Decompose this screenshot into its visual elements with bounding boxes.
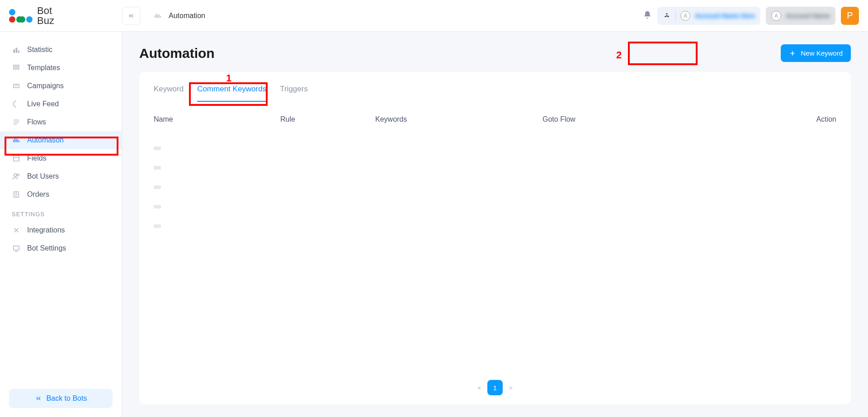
sidebar-item-automation[interactable]: Automation <box>0 131 122 149</box>
topbar: Bot Buz Automation A Account Name Here A… <box>0 0 868 32</box>
sidebar-item-label: Templates <box>27 64 60 72</box>
brand-name: Bot Buz <box>37 6 54 26</box>
sidebar-item-label: Automation <box>27 136 64 144</box>
svg-point-0 <box>666 15 667 16</box>
account-name: Account Name <box>786 12 830 19</box>
logo-icon-b <box>19 9 33 23</box>
automation-icon <box>154 12 162 20</box>
sidebar-item-label: Orders <box>27 190 49 199</box>
bell-icon <box>643 10 652 19</box>
account-selector[interactable]: A Account Name <box>766 7 835 25</box>
breadcrumb: Automation <box>154 12 205 20</box>
workspace-selector[interactable]: A Account Name Here <box>657 7 760 25</box>
breadcrumb-label: Automation <box>169 12 205 20</box>
svg-rect-7 <box>14 156 19 161</box>
avatar-a-b: A <box>771 11 781 21</box>
sidebar-item-fields[interactable]: Fields <box>0 149 122 167</box>
automation-icon <box>12 136 21 144</box>
sidebar-settings-header: SETTINGS <box>0 204 122 221</box>
settings-icon <box>12 244 21 252</box>
users-icon <box>12 172 21 180</box>
sidebar-item-flows[interactable]: Flows <box>0 113 122 131</box>
fan-icon <box>663 12 671 20</box>
sidebar-item-label: Fields <box>27 154 47 162</box>
pagination: « 1 » <box>139 375 851 395</box>
main: Automation New Keyword Keyword Comment K… <box>122 32 868 417</box>
avatar-a: A <box>680 11 690 21</box>
sidebar-item-campaigns[interactable]: Campaigns <box>0 77 122 95</box>
svg-rect-11 <box>14 246 19 250</box>
sidebar-item-livefeed[interactable]: Live Feed <box>0 95 122 113</box>
megaphone-icon <box>12 82 21 90</box>
table-row <box>154 185 161 189</box>
feed-icon <box>12 100 21 108</box>
svg-rect-5 <box>14 68 19 69</box>
sidebar-item-label: Flows <box>27 118 46 126</box>
pagination-next[interactable]: » <box>509 384 513 391</box>
svg-rect-4 <box>14 65 19 66</box>
svg-rect-1 <box>13 49 15 53</box>
sidebar-item-templates[interactable]: Templates <box>0 59 122 77</box>
sidebar-item-label: Bot Settings <box>27 244 66 252</box>
sidebar-item-label: Integrations <box>27 226 65 234</box>
col-keywords: Keywords <box>375 115 542 123</box>
page-title: Automation <box>139 46 215 61</box>
profile-letter: P <box>847 10 853 21</box>
back-to-bots-label: Back to Bots <box>47 394 87 403</box>
integrations-icon <box>12 226 21 234</box>
table-body <box>139 131 851 375</box>
fields-icon <box>12 154 21 162</box>
col-name: Name <box>154 115 280 123</box>
sidebar-item-label: Statistic <box>27 46 52 54</box>
table-header: Name Rule Keywords Goto Flow Action <box>139 102 851 131</box>
col-rule: Rule <box>280 115 375 123</box>
tab-comment-keywords[interactable]: Comment Keywords <box>197 85 266 102</box>
sidebar-item-integrations[interactable]: Integrations <box>0 221 122 239</box>
orders-icon <box>12 190 21 199</box>
back-to-bots-button[interactable]: Back to Bots <box>9 389 113 408</box>
tabs: Keyword Comment Keywords Triggers <box>139 72 851 102</box>
sidebar-item-botsettings[interactable]: Bot Settings <box>0 239 122 257</box>
flows-icon <box>12 118 21 126</box>
sidebar-item-statistic[interactable]: Statistic <box>0 41 122 59</box>
chart-icon <box>12 46 21 54</box>
chevron-double-left-icon <box>35 395 42 402</box>
sidebar: Statistic Templates Campaigns Live Feed … <box>0 32 122 417</box>
svg-point-9 <box>17 174 19 176</box>
collapse-sidebar-button[interactable] <box>122 7 140 25</box>
divider <box>675 11 676 21</box>
logo[interactable]: Bot Buz <box>9 6 122 26</box>
chevron-double-left-icon <box>127 12 135 19</box>
tab-keyword[interactable]: Keyword <box>154 85 184 102</box>
sidebar-item-label: Live Feed <box>27 100 59 108</box>
col-action: Action <box>660 115 836 123</box>
panel: Keyword Comment Keywords Triggers Name R… <box>139 72 851 404</box>
templates-icon <box>12 64 21 72</box>
new-keyword-button[interactable]: New Keyword <box>781 44 851 62</box>
tab-triggers[interactable]: Triggers <box>280 85 308 102</box>
table-row <box>154 166 161 170</box>
notifications-button[interactable] <box>643 10 652 21</box>
workspace-name: Account Name Here <box>695 12 755 19</box>
svg-rect-3 <box>18 51 19 53</box>
profile-button[interactable]: P <box>841 7 859 25</box>
table-row <box>154 205 161 208</box>
svg-rect-2 <box>16 48 18 53</box>
pagination-page[interactable]: 1 <box>487 380 503 395</box>
sidebar-item-orders[interactable]: Orders <box>0 185 122 204</box>
svg-point-8 <box>14 174 17 176</box>
col-goto: Goto Flow <box>542 115 660 123</box>
table-row <box>154 147 161 150</box>
new-keyword-label: New Keyword <box>801 49 843 57</box>
sidebar-item-label: Campaigns <box>27 82 64 90</box>
pagination-prev[interactable]: « <box>477 384 481 391</box>
table-row <box>154 224 161 228</box>
plus-icon <box>789 50 796 57</box>
sidebar-item-botusers[interactable]: Bot Users <box>0 167 122 185</box>
sidebar-item-label: Bot Users <box>27 172 59 180</box>
